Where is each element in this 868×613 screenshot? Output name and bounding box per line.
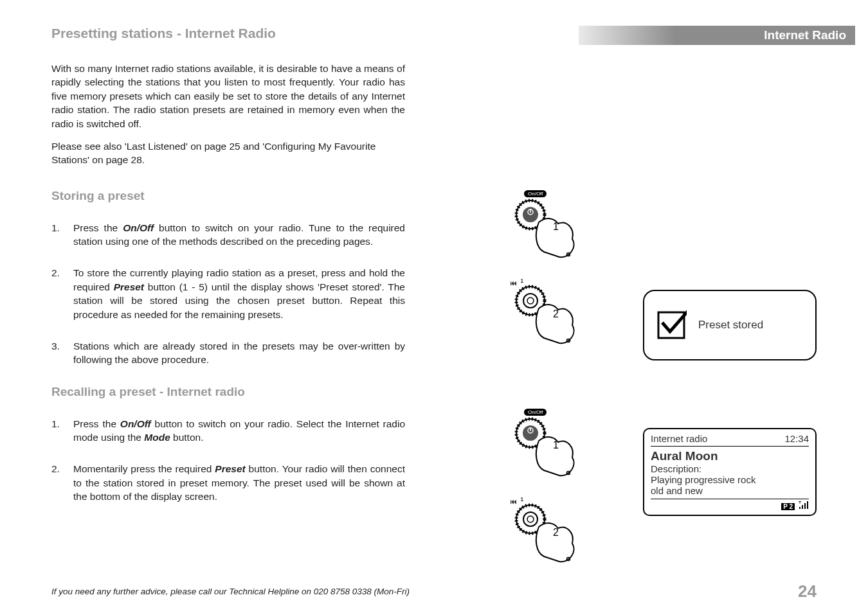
radio-display: Internet radio 12:34 Aural Moon Descript…	[643, 428, 817, 516]
hand-press-icon: 1	[508, 415, 585, 486]
page-title: Presetting stations - Internet Radio	[51, 26, 276, 41]
svg-point-8	[523, 294, 538, 308]
figure-press-preset-recall: ⏮ 1 2	[508, 499, 585, 572]
svg-point-21	[527, 516, 534, 522]
list-number: 1.	[51, 417, 64, 445]
svg-rect-11	[658, 312, 684, 338]
checkbox-arrow-icon	[656, 310, 687, 341]
page-number: 24	[798, 582, 817, 601]
step-number-label: 2	[553, 308, 559, 319]
notice-text: Preset stored	[698, 319, 763, 332]
display-station: Aural Moon	[651, 449, 809, 463]
figure-press-onoff-1: On/Off 1	[508, 197, 585, 270]
recalling-step-2: 2. Momentarily press the required Preset…	[51, 462, 405, 503]
hand-press-icon: 2	[508, 499, 585, 569]
display-desc-1: Playing progressive rock	[651, 474, 809, 485]
prev-track-icon: ⏮ 1	[511, 278, 523, 287]
figure-press-preset-2: ⏮ 1 2	[508, 280, 585, 353]
step-number-label: 1	[553, 221, 559, 232]
list-number: 2.	[51, 266, 64, 321]
preset-stored-notice: Preset stored	[643, 290, 817, 360]
intro-paragraph-2: Please see also 'Last Listened' on page …	[51, 139, 405, 167]
recalling-list: 1. Press the On/Off button to switch on …	[51, 417, 405, 504]
list-number: 2.	[51, 462, 64, 503]
svg-point-9	[527, 298, 534, 304]
step-number-label: 2	[553, 527, 559, 538]
right-column: On/Off 1 ⏮ 1	[463, 62, 817, 522]
display-mode: Internet radio	[651, 433, 707, 444]
storing-step-2: 2. To store the currently playing radio …	[51, 266, 405, 321]
storing-step-3: 3. Stations which are already stored in …	[51, 339, 405, 367]
heading-recalling: Recalling a preset - Internet radio	[51, 385, 405, 399]
onoff-label: On/Off	[524, 409, 547, 416]
hand-press-icon: 1	[508, 197, 585, 267]
list-number: 1.	[51, 221, 64, 249]
wifi-icon	[799, 501, 809, 512]
preset-badge: P 2	[781, 503, 795, 510]
list-number: 3.	[51, 339, 64, 367]
hand-press-icon: 2	[508, 280, 585, 351]
intro-paragraph-1: With so many Internet radio stations ava…	[51, 62, 405, 130]
prev-track-icon: ⏮ 1	[511, 496, 523, 505]
section-ribbon: Internet Radio	[579, 26, 855, 45]
onoff-label: On/Off	[524, 190, 547, 197]
figure-press-onoff-recall: On/Off 1	[508, 415, 585, 488]
recalling-step-1: 1. Press the On/Off button to switch on …	[51, 417, 405, 445]
heading-storing: Storing a preset	[51, 189, 405, 203]
footer-helpline: If you need any further advice, please c…	[51, 587, 410, 596]
display-desc-label: Description:	[651, 463, 809, 474]
display-time: 12:34	[784, 433, 809, 444]
left-column: With so many Internet radio stations ava…	[51, 62, 405, 522]
storing-step-1: 1. Press the On/Off button to switch on …	[51, 221, 405, 249]
svg-point-20	[523, 512, 538, 526]
step-number-label: 1	[553, 440, 559, 450]
display-desc-2: old and new	[651, 485, 809, 496]
storing-list: 1. Press the On/Off button to switch on …	[51, 221, 405, 367]
